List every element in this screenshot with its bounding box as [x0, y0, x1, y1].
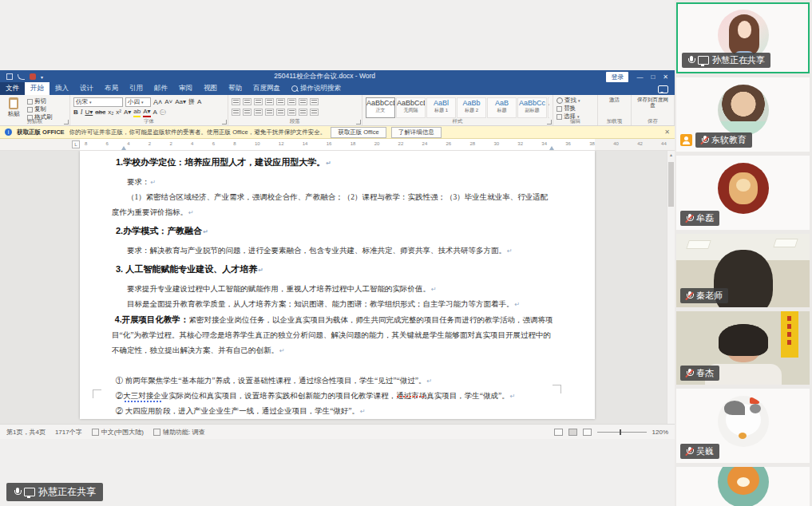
language-indicator[interactable]: 中文(中国大陆)	[92, 428, 144, 437]
comment-bubble-icon[interactable]	[658, 85, 668, 93]
participant-tile[interactable]: 牟磊	[676, 156, 810, 230]
bullets-icon[interactable]	[232, 98, 240, 105]
cut-button[interactable]: 剪切	[27, 97, 53, 105]
tab-开始[interactable]: 开始	[25, 82, 50, 95]
paragraph-dialog-launcher[interactable]	[356, 120, 361, 125]
tab-设计[interactable]: 设计	[74, 82, 99, 95]
copy-button[interactable]: 复制	[27, 105, 53, 113]
asian-layout-icon[interactable]	[287, 98, 296, 105]
justify-icon[interactable]	[265, 109, 274, 116]
style-card[interactable]: AaBbCc副标题	[517, 97, 547, 118]
zoom-level[interactable]: 120%	[652, 429, 668, 436]
get-genuine-office-button[interactable]: 获取正版 Office	[331, 127, 386, 138]
bold-icon[interactable]: B	[73, 109, 78, 117]
shrink-font-icon[interactable]: A˅	[164, 98, 172, 106]
participant-tile[interactable]: 吴巍	[676, 389, 810, 463]
tab-帮助[interactable]: 帮助	[223, 82, 248, 95]
tab-文件[interactable]: 文件	[0, 82, 25, 95]
learn-more-button[interactable]: 了解详细信息	[391, 127, 442, 138]
styles-dialog-launcher[interactable]	[547, 120, 552, 125]
clipboard-dialog-launcher[interactable]	[64, 120, 69, 125]
tab-百度网盘[interactable]: 百度网盘	[248, 82, 286, 95]
tab-布局[interactable]: 布局	[99, 82, 124, 95]
word-count[interactable]: 1717个字	[55, 428, 82, 437]
left-indent-marker[interactable]	[121, 146, 126, 150]
underline-icon[interactable]: U▾	[85, 109, 93, 117]
accessibility-indicator[interactable]: 辅助功能: 调查	[153, 428, 204, 437]
paste-button[interactable]: 粘贴	[3, 97, 24, 118]
replace-button[interactable]: 替换	[557, 105, 594, 113]
tab-邮件[interactable]: 邮件	[149, 82, 173, 95]
style-card[interactable]: AaBbCcD不明显强调	[548, 97, 549, 118]
align-center-icon[interactable]	[243, 109, 252, 116]
scroll-up-icon[interactable]: ▲	[669, 152, 673, 157]
vertical-scrollbar[interactable]: ▲	[667, 151, 675, 424]
enclose-char-icon[interactable]: ㊀	[160, 109, 166, 117]
license-bar-close-icon[interactable]: ✕	[664, 128, 670, 136]
app-addin-icon[interactable]	[30, 73, 36, 80]
align-right-icon[interactable]	[254, 109, 263, 116]
multilevel-list-icon[interactable]	[254, 98, 263, 105]
participant-tile[interactable]: 东软教育	[676, 77, 810, 152]
undo-icon[interactable]	[18, 74, 25, 80]
read-mode-icon[interactable]	[554, 429, 563, 436]
style-card[interactable]: AaBbCcDd无间隔	[396, 97, 426, 118]
font-color-icon[interactable]: A▾	[143, 108, 150, 117]
borders-icon[interactable]	[310, 109, 319, 116]
style-card[interactable]: AaB标题	[487, 97, 517, 118]
save-icon[interactable]	[6, 73, 13, 80]
font-size-combo[interactable]: 小四▾	[125, 97, 151, 107]
show-marks-icon[interactable]	[310, 98, 319, 105]
font-dialog-launcher[interactable]	[222, 120, 227, 125]
align-left-icon[interactable]	[232, 109, 240, 116]
style-card[interactable]: AaBbCcDd正文	[366, 97, 395, 118]
participant-name: 秦老师	[696, 290, 723, 302]
subscript-icon[interactable]: x₂	[108, 109, 113, 117]
participant-tile[interactable]: 秦老师	[676, 234, 810, 307]
tab-视图[interactable]: 视图	[198, 82, 223, 95]
superscript-icon[interactable]: x²	[116, 109, 121, 117]
quick-access-caret-icon[interactable]: ▾	[41, 74, 43, 80]
line-spacing-icon[interactable]	[287, 109, 296, 116]
char-border-icon[interactable]: A	[197, 98, 201, 106]
search-tab[interactable]: 操作说明搜索	[286, 82, 347, 95]
tab-引用[interactable]: 引用	[124, 82, 149, 95]
page-indicator[interactable]: 第1页，共4页	[6, 428, 46, 437]
sort-icon[interactable]	[299, 98, 307, 105]
decrease-indent-icon[interactable]	[265, 98, 274, 105]
char-shading-icon[interactable]: А	[153, 109, 157, 117]
highlight-icon[interactable]: ab	[133, 108, 141, 117]
change-case-icon[interactable]: Aa▾	[175, 98, 186, 106]
font-name-combo[interactable]: 仿宋▾	[73, 97, 123, 107]
style-card[interactable]: AaBb标题 2	[457, 97, 486, 118]
text-effects-icon[interactable]: A▾	[124, 109, 131, 117]
right-indent-marker[interactable]	[549, 146, 554, 150]
close-button[interactable]: ✕	[663, 73, 668, 81]
grow-font-icon[interactable]: A˄	[153, 98, 162, 106]
participant-tile[interactable]	[676, 467, 810, 506]
print-layout-icon[interactable]	[568, 429, 577, 436]
find-button[interactable]: 查找▾	[557, 97, 594, 105]
tab-审阅[interactable]: 审阅	[173, 82, 198, 95]
participant-tile[interactable]: 春杰	[676, 311, 810, 385]
zoom-slider[interactable]	[597, 432, 647, 433]
scrollbar-thumb[interactable]	[668, 162, 674, 207]
strikethrough-icon[interactable]: abc	[95, 109, 105, 117]
document-page[interactable]: 1.学校办学定位：培养应用型人才，建设应用型大学。↵要求：↵（1）紧密结合区域经…	[80, 151, 595, 419]
web-layout-icon[interactable]	[583, 429, 592, 436]
horizontal-ruler[interactable]: L 86422468101214161820222426283032343638…	[0, 139, 675, 151]
tab-selector[interactable]: L	[72, 140, 80, 148]
phonetic-guide-icon[interactable]: 拼	[188, 98, 195, 106]
shading-icon[interactable]	[299, 109, 307, 116]
increase-indent-icon[interactable]	[276, 98, 285, 105]
tab-插入[interactable]: 插入	[50, 82, 74, 95]
zoom-slider-thumb[interactable]	[620, 429, 621, 435]
numbering-icon[interactable]	[243, 98, 252, 105]
distribute-icon[interactable]	[276, 109, 285, 116]
signin-button[interactable]: 登录	[606, 72, 628, 82]
participant-tile[interactable]: 孙慧正在共享	[676, 2, 810, 73]
minimize-button[interactable]: —	[636, 73, 643, 81]
italic-icon[interactable]: I	[81, 109, 83, 117]
restore-button[interactable]: □	[651, 73, 655, 81]
style-card[interactable]: AaBl标题 1	[426, 97, 456, 118]
